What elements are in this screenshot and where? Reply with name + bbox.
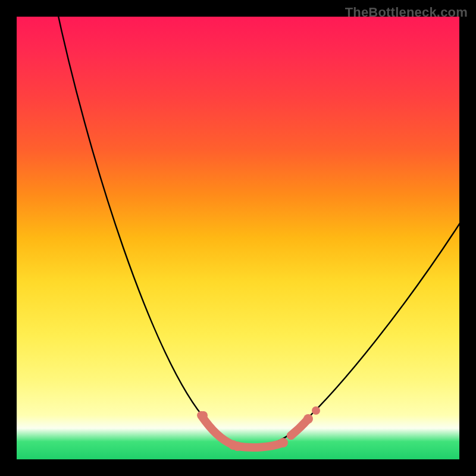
pt-4 [287,431,295,440]
pt-0 [199,411,208,419]
pt-6 [312,406,320,415]
pt-2 [233,441,242,451]
watermark: TheBottleneck.com [345,5,468,20]
pt-3 [278,438,288,447]
seg-0 [201,415,233,445]
right-curve [246,213,466,446]
seg-1 [237,443,283,447]
plot-svg [17,17,459,459]
left-curve [54,0,246,446]
pt-5 [303,414,313,424]
